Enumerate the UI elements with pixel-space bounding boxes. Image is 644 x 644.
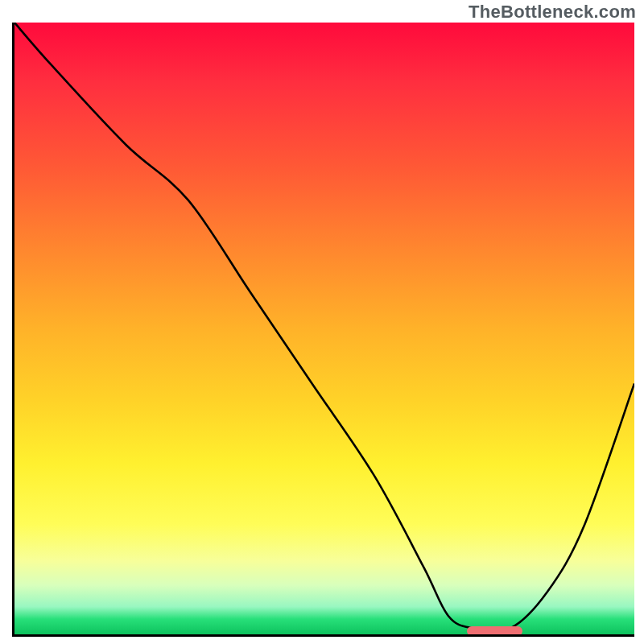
chart-frame: TheBottleneck.com — [0, 0, 644, 644]
optimal-marker — [467, 626, 522, 636]
bottleneck-curve — [14, 23, 634, 631]
watermark-label: TheBottleneck.com — [469, 2, 636, 23]
curve-layer — [14, 23, 634, 634]
plot-area — [12, 23, 634, 637]
